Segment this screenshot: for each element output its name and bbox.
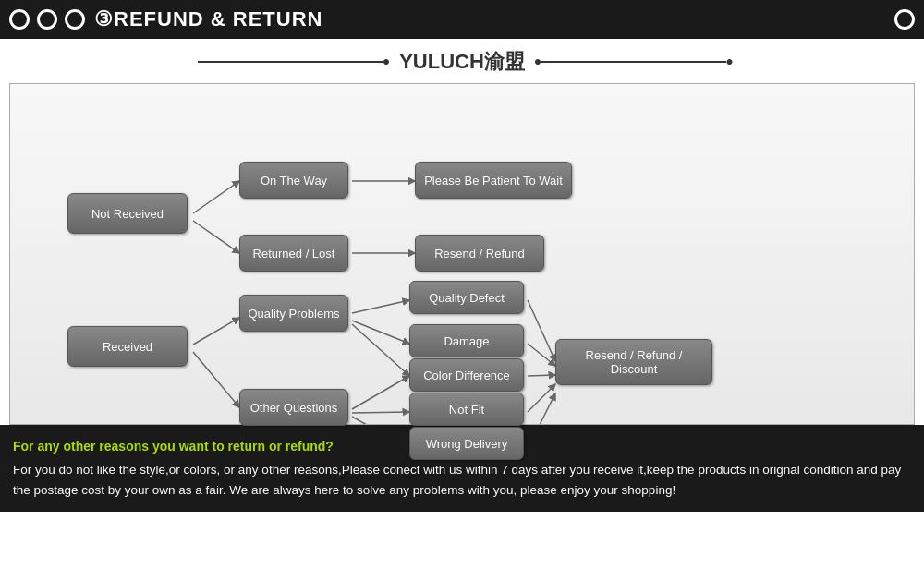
returned-lost-box: Returned / Lost — [239, 235, 348, 272]
circle-icon-3 — [65, 9, 85, 30]
svg-line-7 — [352, 321, 409, 344]
diagram-wrapper: Not Received On The Way Returned / Lost … — [9, 83, 915, 425]
not-received-box: Not Received — [67, 193, 188, 234]
header: ③REFUND & RETURN — [0, 0, 924, 39]
bottom-body: For you do not like the style,or colors,… — [13, 460, 911, 500]
svg-line-4 — [193, 318, 239, 345]
resend-refund-discount-box: Resend / Refund / Discount — [555, 339, 712, 385]
svg-line-0 — [193, 181, 239, 213]
svg-line-12 — [528, 300, 555, 361]
svg-line-10 — [352, 412, 409, 413]
on-the-way-box: On The Way — [239, 162, 348, 199]
svg-line-13 — [528, 344, 555, 366]
brand-bar: YULUCH渝盟 — [0, 39, 924, 83]
svg-line-16 — [528, 393, 555, 424]
header-right-icon — [894, 9, 915, 30]
received-box: Received — [67, 326, 188, 367]
quality-defect-box: Quality Defect — [409, 281, 524, 314]
circle-icon-1 — [9, 9, 30, 30]
quality-problems-box: Quality Problems — [239, 295, 348, 332]
please-patient-box: Please Be Patient To Wait — [415, 162, 572, 199]
svg-line-14 — [528, 375, 555, 376]
svg-line-9 — [352, 376, 409, 409]
circle-icon-2 — [37, 9, 57, 30]
damage-box: Damage — [409, 324, 524, 357]
brand-line-right — [541, 61, 726, 63]
wrong-delivery-box: Wrong Delivery — [409, 427, 524, 460]
svg-line-6 — [352, 300, 409, 313]
color-difference-box: Color Difference — [409, 358, 524, 392]
other-questions-box: Other Questions — [239, 389, 348, 426]
svg-line-5 — [193, 352, 239, 407]
brand-line-left — [198, 61, 383, 63]
svg-line-1 — [193, 221, 239, 253]
resend-refund-box: Resend / Refund — [415, 235, 544, 272]
brand-text: YULUCH渝盟 — [399, 48, 525, 76]
svg-line-11 — [352, 417, 409, 424]
svg-line-8 — [352, 324, 409, 376]
header-icons — [9, 9, 85, 30]
svg-line-15 — [528, 384, 555, 412]
page-title: ③REFUND & RETURN — [94, 7, 894, 31]
not-fit-box: Not Fit — [409, 393, 524, 426]
